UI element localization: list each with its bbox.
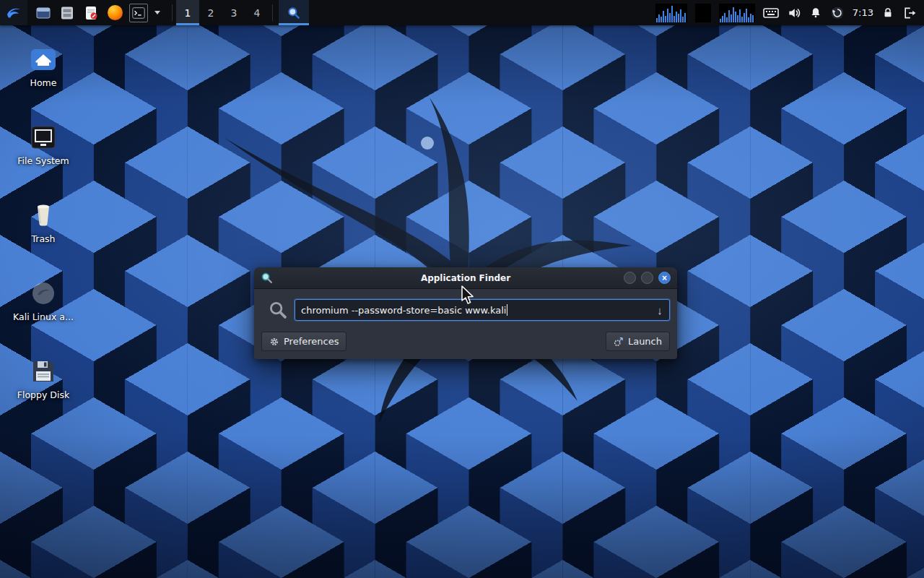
launch-label: Launch xyxy=(628,336,662,347)
kali-linux-icon xyxy=(30,270,56,306)
search-input-value: chromium --password-store=basic www.kali xyxy=(301,305,506,316)
logout-icon xyxy=(902,6,917,20)
terminal-icon xyxy=(131,6,146,20)
launcher-settings-window[interactable] xyxy=(34,4,53,22)
trash-icon xyxy=(30,192,56,228)
window-title: Application Finder xyxy=(254,273,677,283)
magnifier-icon xyxy=(287,6,301,20)
panel-left: 1 2 3 4 xyxy=(0,0,309,25)
clock[interactable]: 7:13 xyxy=(853,7,873,18)
logout-button[interactable] xyxy=(902,6,917,20)
text-caret xyxy=(507,304,507,316)
taskbar-application-finder[interactable] xyxy=(279,0,309,25)
cpu-graph-widget[interactable] xyxy=(655,4,687,22)
launcher-bar xyxy=(27,0,168,25)
kali-logo-icon xyxy=(5,4,22,22)
launcher-terminal[interactable] xyxy=(129,4,148,22)
desktop-icon-label: File System xyxy=(17,155,69,166)
window-body: chromium --password-store=basic www.kali… xyxy=(254,289,677,359)
window-icon xyxy=(35,5,51,21)
kali-dragon-silhouette xyxy=(166,58,671,434)
graph-widget-idle[interactable] xyxy=(695,4,711,22)
desktop: 1 2 3 4 xyxy=(0,0,924,578)
desktop-icon-trash[interactable]: Trash xyxy=(7,192,79,244)
launch-icon xyxy=(614,337,624,347)
desktop-icon-column: Home File System Trash xyxy=(7,36,79,400)
network-graph-widget[interactable] xyxy=(719,4,755,22)
launch-button[interactable]: Launch xyxy=(606,332,670,351)
launcher-file-manager[interactable] xyxy=(58,4,77,22)
application-finder-window: Application Finder × chromium --passwo xyxy=(254,267,677,359)
keyboard-icon xyxy=(763,7,779,19)
launcher-text-editor[interactable] xyxy=(82,4,100,22)
notifications-button[interactable] xyxy=(809,6,822,20)
titlebar[interactable]: Application Finder × xyxy=(254,267,677,289)
network-graph-icon xyxy=(719,4,755,22)
top-panel: 1 2 3 4 xyxy=(0,0,924,25)
bell-icon xyxy=(809,6,822,20)
preferences-label: Preferences xyxy=(284,336,339,347)
application-finder-icon xyxy=(261,272,273,284)
maximize-button[interactable] xyxy=(641,272,653,284)
launcher-firefox[interactable] xyxy=(105,4,124,22)
workspace-3[interactable]: 3 xyxy=(222,0,245,25)
close-button[interactable]: × xyxy=(658,272,671,284)
desktop-icon-file-system[interactable]: File System xyxy=(7,114,79,166)
workspace-2[interactable]: 2 xyxy=(199,0,222,25)
desktop-icon-label: Trash xyxy=(31,233,55,244)
search-input[interactable]: chromium --password-store=basic www.kali… xyxy=(295,299,670,321)
floppy-disk-icon xyxy=(30,348,57,384)
history-dropdown-button[interactable]: ↓ xyxy=(653,302,667,318)
volume-button[interactable] xyxy=(787,6,801,20)
gear-icon xyxy=(269,337,279,347)
desktop-icon-label: Kali Linux a... xyxy=(13,311,74,322)
keyboard-layout-button[interactable] xyxy=(763,7,779,19)
chevron-down-icon xyxy=(154,11,160,14)
home-icon xyxy=(29,36,58,72)
window-controls: × xyxy=(624,272,671,284)
preferences-button[interactable]: Preferences xyxy=(261,332,346,351)
desktop-icon-kali-linux[interactable]: Kali Linux a... xyxy=(7,270,79,322)
workspace-4[interactable]: 4 xyxy=(245,0,269,25)
desktop-icon-home[interactable]: Home xyxy=(7,36,79,88)
lock-screen-button[interactable] xyxy=(881,6,894,20)
close-icon: × xyxy=(662,274,667,282)
search-icon xyxy=(261,300,295,320)
workspace-switcher: 1 2 3 4 xyxy=(176,0,269,25)
desktop-icon-floppy-disk[interactable]: Floppy Disk xyxy=(7,348,79,400)
panel-separator xyxy=(172,4,173,21)
speaker-icon xyxy=(787,6,801,20)
search-row: chromium --password-store=basic www.kali… xyxy=(261,299,670,321)
desktop-icon-label: Floppy Disk xyxy=(17,389,69,400)
action-buttons-row: Preferences Launch xyxy=(261,332,670,351)
minimize-button[interactable] xyxy=(624,272,636,284)
lock-icon xyxy=(881,6,894,20)
launcher-terminal-dropdown[interactable] xyxy=(153,11,162,14)
cpu-graph-icon xyxy=(655,4,687,22)
sync-circle-icon xyxy=(830,6,845,20)
applications-menu-button[interactable] xyxy=(0,0,27,25)
updates-button[interactable] xyxy=(830,6,845,20)
file-system-icon xyxy=(30,114,57,150)
desktop-icon-label: Home xyxy=(30,77,57,88)
system-tray: 7:13 xyxy=(655,0,924,25)
workspace-1[interactable]: 1 xyxy=(176,0,199,25)
panel-separator xyxy=(272,4,273,21)
firefox-icon xyxy=(108,5,123,20)
file-cabinet-icon xyxy=(59,5,75,21)
document-icon xyxy=(83,5,99,21)
